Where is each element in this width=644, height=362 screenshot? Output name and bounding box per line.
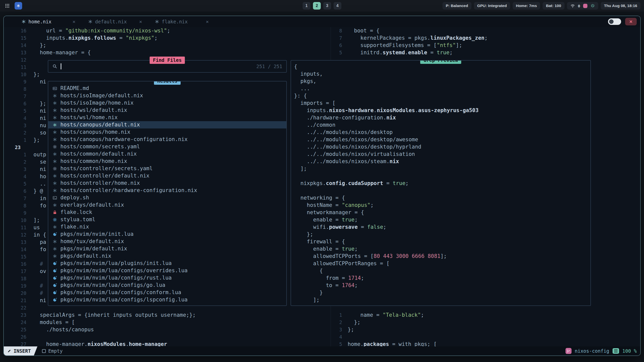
result-item[interactable]: hosts/controller/home.nix [48,179,286,187]
toggle-indicator[interactable] [608,18,621,25]
code-text: }; [348,319,360,326]
preview-line: ../../modules/nixos/desktop/awesome [294,136,590,143]
result-filename: hosts/controller/hardware-configuration.… [60,187,197,194]
result-item[interactable]: pkgs/nvim/nvim/lua/configs/conform.lua [48,289,286,296]
result-item[interactable]: flake.lock [48,209,286,216]
code-text: in [33,195,46,202]
result-item[interactable]: hosts/canopus/hardware-configuration.nix [48,136,286,143]
line-number: 9 [4,78,33,85]
tab-home.nix[interactable]: home.nix× [18,16,85,27]
result-item[interactable]: hosts/common/secrets.yaml [48,143,286,150]
workspace-button-4[interactable]: 4 [334,2,341,10]
line-number: 7 [331,34,348,42]
result-filename: hosts/common/home.nix [60,158,127,165]
code-line: 24 modules = [ [4,319,331,326]
tab-default.nix[interactable]: default.nix× [85,16,151,27]
result-item[interactable]: pkgs/nvim/nvim/lua/plugins/init.lua [48,260,286,267]
result-item[interactable]: stylua.toml [48,216,286,223]
statusline: INSERT Empty nixos-config 100 % [4,346,640,355]
result-item[interactable]: overlays/default.nix [48,201,286,209]
nix-file-icon [88,19,93,24]
result-filename: hosts/canopus/default.nix [60,121,140,128]
code-text: ni [33,166,46,173]
preview-line: inputs.nixos-hardware.nixosModules.asus-… [294,107,590,114]
result-item[interactable]: hosts/controller/default.nix [48,172,286,179]
result-item[interactable]: hosts/controller/secrets.yaml [48,165,286,172]
wifi-icon[interactable] [570,4,575,8]
line-number: 25 [4,326,33,333]
tab-flake.nix[interactable]: flake.nix× [151,16,218,27]
result-item[interactable]: pkgs/default.nix [48,252,286,260]
workspace-button-3[interactable]: 3 [323,2,331,10]
power-icon[interactable] [590,4,595,8]
result-item[interactable]: pkgs/nvim/nvim/lua/configs/go.lua [48,282,286,289]
nix-file-icon [21,19,26,24]
mode-label: INSERT [14,348,31,354]
workspace-button-2[interactable]: 2 [313,2,321,10]
result-filename: hosts/isoImage/home.nix [60,99,134,107]
launcher-icon[interactable] [15,2,22,10]
line-number: 18 [4,275,33,282]
line-number: 23 [4,144,33,151]
result-item[interactable]: pkgs/nvim/nvim/init.lua [48,231,286,238]
results-list: README.mdhosts/isoImage/default.nixhosts… [48,81,286,303]
result-item[interactable]: hosts/canopus/default.nix [48,121,286,128]
line-number: 3 [4,166,33,173]
nix-file-icon [52,174,57,178]
result-item[interactable]: pkgs/nvim/default.nix [48,245,286,252]
finder-results-title: Results [154,81,181,85]
tab-close-icon[interactable]: × [206,19,209,25]
result-item[interactable]: README.md [48,85,286,92]
result-item[interactable]: hosts/wsl/home.nix [48,114,286,121]
window-close-button[interactable]: × [625,18,637,25]
result-item[interactable]: home/tux/default.nix [48,238,286,245]
window-controls: × [608,18,637,25]
preview-line [294,172,590,180]
apps-grid-icon[interactable] [4,2,11,10]
preview-line: pkgs, [294,78,590,85]
code-text: ni [33,78,46,85]
search-icon [52,64,57,69]
result-item[interactable]: hosts/common/home.nix [48,158,286,165]
result-item[interactable]: hosts/isoImage/default.nix [48,92,286,99]
line-number: 14 [4,246,33,253]
result-filename: pkgs/default.nix [60,252,111,260]
preview-line: { [294,267,590,275]
result-filename: hosts/common/secrets.yaml [60,143,140,150]
result-filename: pkgs/nvim/nvim/lua/configs/overrides.lua [60,267,188,274]
lua-file-icon [52,290,57,295]
result-item[interactable]: hosts/controller/hardware-configuration.… [48,187,286,194]
result-item[interactable]: pkgs/nvim/nvim/lua/configs/overrides.lua [48,267,286,274]
pencil-icon [7,349,11,353]
result-item[interactable]: hosts/wsl/default.nix [48,107,286,114]
result-item[interactable]: flake.nix [48,223,286,231]
notification-count[interactable]: 0 [578,4,580,8]
preview-line [294,187,590,194]
result-item[interactable]: hosts/common/default.nix [48,150,286,158]
result-filename: deploy.sh [60,194,89,201]
code-line: 23 specialArgs = {inherit inputs outputs… [4,311,331,319]
workspace-button-1[interactable]: 1 [303,2,310,10]
result-item[interactable]: pkgs/nvim/nvim/lua/configs/lspconfig.lua [48,296,286,303]
editor-window: home.nix×default.nix×flake.nix× × 16 url… [3,16,641,356]
code-text: ho [33,173,46,180]
result-filename: pkgs/nvim/nvim/lua/plugins/init.lua [60,260,172,267]
toml-file-icon [52,217,57,222]
screenshot-icon[interactable] [583,4,587,8]
tab-close-icon[interactable]: × [72,19,75,25]
tab-close-icon[interactable]: × [139,19,142,25]
result-item[interactable]: deploy.sh [48,194,286,201]
preview-line: from = 1714; [294,275,590,282]
result-filename: stylua.toml [60,216,95,223]
nix-file-icon [52,159,57,164]
finder-prompt[interactable]: Find Files 251 / 251 [48,60,287,73]
result-item[interactable]: pkgs/nvim/nvim/lua/configs/rust.lua [48,274,286,282]
line-number: 5 [4,107,33,115]
result-item[interactable]: hosts/isoImage/home.nix [48,99,286,107]
result-filename: hosts/controller/secrets.yaml [60,165,153,172]
code-line: 15 inputs.nixpkgs.follows = "nixpkgs"; [4,34,331,42]
gear-file-icon [52,166,57,171]
result-item[interactable]: hosts/canopus/home.nix [48,128,286,136]
tabbar: home.nix×default.nix×flake.nix× × [4,16,640,27]
nix-file-icon [52,123,57,127]
